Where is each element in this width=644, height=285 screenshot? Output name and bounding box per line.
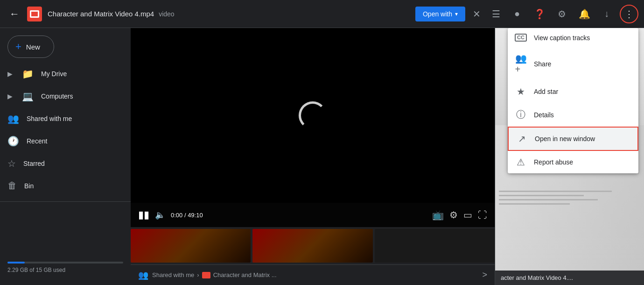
dropdown-menu: CC View caption tracks 👥+ Share ★ Add st…: [508, 28, 638, 173]
storage-section: 2.29 GB of 15 GB used: [0, 256, 131, 278]
open-with-button[interactable]: Open with ▾: [415, 7, 465, 21]
info-icon: ⓘ: [515, 108, 526, 121]
breadcrumb-next[interactable]: >: [482, 270, 487, 280]
sidebar-item-computers[interactable]: ▶ 💻 Computers: [0, 86, 123, 107]
storage-label: 2.29 GB of 15 GB used: [7, 267, 65, 273]
storage-fill: [7, 262, 25, 264]
sidebar: + New ▶ 📁 My Drive ▶ 💻 Computers 👥 Share…: [0, 28, 131, 285]
file-title: Character and Matrix Video 4.mp4: [48, 10, 154, 18]
right-panel-label: acter and Matrix Video 4....: [495, 271, 644, 285]
time-display: 0:00 / 49:10: [171, 212, 203, 219]
sidebar-label: My Drive: [41, 70, 67, 78]
pause-button[interactable]: ▮▮: [138, 209, 149, 221]
breadcrumb: 👥 Shared with me › Character and Matrix …: [131, 264, 495, 285]
bin-icon: 🗑: [7, 180, 17, 191]
breadcrumb-separator: ›: [197, 271, 199, 278]
cc-icon: CC: [515, 34, 526, 42]
new-plus-icon: +: [15, 41, 21, 53]
clock-icon: 🕐: [7, 135, 19, 147]
menu-label: Details: [534, 111, 554, 119]
top-bar: ← Character and Matrix Video 4.mp4 video…: [0, 0, 644, 28]
sidebar-label: Starred: [23, 160, 45, 167]
sidebar-label: Bin: [24, 182, 34, 190]
expand-icon: ▶: [7, 93, 13, 100]
subtitles-button[interactable]: 📺: [432, 209, 444, 221]
drive-icon: 📁: [22, 68, 34, 79]
people-icon: 👥: [138, 270, 148, 280]
storage-bar: [7, 262, 123, 264]
menu-label: Add star: [534, 88, 558, 95]
loading-spinner: [299, 101, 327, 129]
thumbnail-2[interactable]: [252, 229, 372, 263]
menu-item-open-new-window[interactable]: ↗ Open in new window: [508, 127, 638, 151]
star-icon: ☆: [7, 158, 16, 169]
new-button[interactable]: + New: [7, 36, 54, 58]
sidebar-label: Recent: [27, 137, 47, 145]
menu-label: Report abuse: [534, 158, 573, 166]
fullscreen-button[interactable]: ⛶: [478, 210, 487, 221]
person-add-icon: 👥+: [515, 53, 526, 75]
open-new-icon: ↗: [516, 133, 527, 144]
video-controls: ▮▮ 🔈 0:00 / 49:10 📺 ⚙ ▭ ⛶: [131, 203, 495, 227]
menu-item-share[interactable]: 👥+ Share: [508, 47, 638, 80]
new-label: New: [26, 43, 40, 51]
computer-icon: 💻: [22, 91, 34, 102]
video-label: video: [159, 10, 174, 18]
close-button[interactable]: ✕: [469, 5, 484, 23]
thumbnail-strip: [131, 227, 495, 264]
volume-button[interactable]: 🔈: [155, 210, 165, 220]
menu-label: Share: [534, 60, 551, 68]
checkmark-button[interactable]: ●: [508, 5, 526, 23]
back-button[interactable]: ←: [6, 4, 23, 24]
settings-button[interactable]: ⚙: [553, 5, 571, 23]
menu-item-details[interactable]: ⓘ Details: [508, 103, 638, 127]
help-button[interactable]: ❓: [530, 5, 549, 23]
menu-item-report-abuse[interactable]: ⚠ Report abuse: [508, 151, 638, 173]
menu-item-caption-tracks[interactable]: CC View caption tracks: [508, 28, 638, 47]
sidebar-item-starred[interactable]: ☆ Starred: [0, 153, 123, 174]
shared-icon: 👥: [7, 113, 19, 124]
sidebar-item-shared[interactable]: 👥 Shared with me: [0, 108, 123, 129]
sidebar-label: Shared with me: [27, 115, 72, 122]
star-icon: ★: [515, 86, 526, 97]
notification-button[interactable]: 🔔: [575, 5, 594, 23]
video-area: ▮▮ 🔈 0:00 / 49:10 📺 ⚙ ▭ ⛶ 👥 Shared with …: [131, 28, 495, 285]
settings-video-button[interactable]: ⚙: [449, 209, 458, 221]
sidebar-label: Computers: [41, 93, 73, 100]
expand-icon: ▶: [7, 70, 13, 78]
sidebar-item-bin[interactable]: 🗑 Bin: [0, 176, 123, 196]
sidebar-item-my-drive[interactable]: ▶ 📁 My Drive: [0, 64, 123, 84]
breadcrumb-text: Shared with me › Character and Matrix ..…: [152, 271, 277, 278]
menu-label: Open in new window: [535, 135, 595, 142]
video-player[interactable]: [131, 28, 495, 203]
folder-label: Character and Matrix ...: [213, 271, 277, 278]
download-button[interactable]: ↓: [597, 5, 616, 23]
open-with-arrow: ▾: [455, 11, 458, 17]
menu-item-add-star[interactable]: ★ Add star: [508, 80, 638, 103]
shared-label: Shared with me: [152, 271, 194, 278]
folder-icon: [202, 272, 210, 278]
more-options-button[interactable]: ⋮: [620, 5, 638, 23]
sidebar-item-recent[interactable]: 🕐 Recent: [0, 131, 123, 151]
warning-icon: ⚠: [515, 157, 526, 168]
app-icon: [27, 7, 42, 21]
mini-player-button[interactable]: ▭: [463, 209, 472, 221]
sidebar-divider: [0, 201, 131, 202]
thumbnail-3[interactable]: [375, 229, 495, 263]
menu-label: View caption tracks: [534, 34, 590, 42]
eq-icon[interactable]: ☰: [488, 5, 504, 23]
thumbnail-1[interactable]: [131, 229, 251, 263]
